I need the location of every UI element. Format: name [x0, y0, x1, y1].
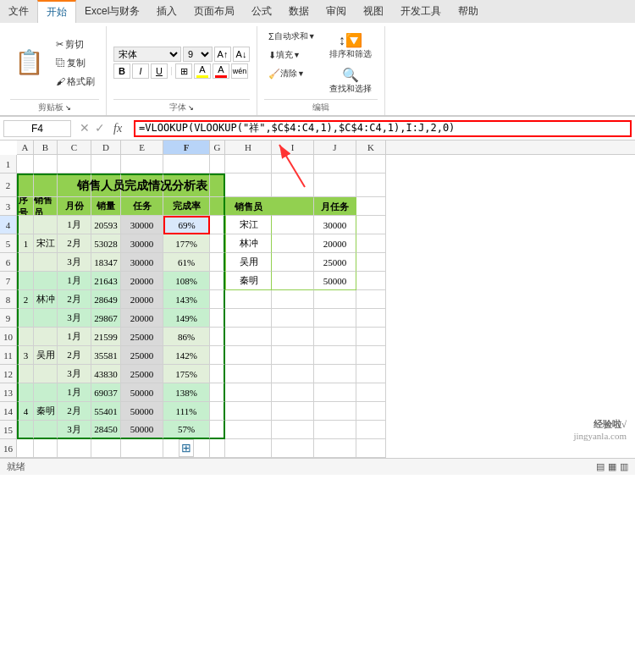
italic-button[interactable]: I [132, 63, 149, 79]
tab-insert[interactable]: 插入 [148, 0, 185, 23]
cell-K6[interactable] [356, 253, 386, 272]
cell-A9[interactable] [17, 309, 34, 328]
cell-B15[interactable] [34, 421, 58, 439]
cell-I14[interactable] [272, 402, 314, 421]
tab-view[interactable]: 视图 [355, 0, 392, 23]
cell-D1[interactable] [91, 155, 121, 174]
cell-A16[interactable] [17, 439, 34, 458]
cell-D5[interactable]: 53028 [91, 234, 121, 253]
cell-B5[interactable]: 宋江 [34, 234, 58, 253]
cell-A15[interactable] [17, 421, 34, 439]
cell-K8[interactable] [356, 290, 386, 309]
cut-button[interactable]: ✂剪切 [52, 36, 99, 53]
cell-B7[interactable] [34, 272, 58, 290]
font-name-select[interactable]: 宋体 [113, 47, 181, 62]
cell-I2[interactable] [272, 174, 314, 197]
tab-help[interactable]: 帮助 [450, 0, 487, 23]
cell-B12[interactable] [34, 365, 58, 383]
cell-H6[interactable]: 吴用 [225, 253, 272, 272]
cell-G8[interactable] [210, 290, 225, 309]
autosum-dropdown-icon[interactable]: ▼ [308, 32, 316, 41]
cell-I8[interactable] [272, 290, 314, 309]
cell-F14[interactable]: 111% [163, 402, 210, 421]
cell-J2[interactable] [314, 174, 356, 197]
cell-H16[interactable] [225, 439, 272, 458]
cell-A4[interactable] [17, 216, 34, 234]
cell-E5[interactable]: 30000 [121, 234, 163, 253]
format-painter-button[interactable]: 🖌格式刷 [52, 73, 99, 91]
cell-B3[interactable]: 销售员 [34, 197, 58, 216]
tab-home[interactable]: 开始 [37, 0, 76, 23]
cell-B4[interactable] [34, 216, 58, 234]
cell-E16[interactable] [121, 439, 163, 458]
cell-B16[interactable] [34, 439, 58, 458]
cell-E13[interactable]: 50000 [121, 383, 163, 402]
font-increase-button[interactable]: A↑ [214, 47, 231, 62]
cell-H14[interactable] [225, 402, 272, 421]
cell-E14[interactable]: 50000 [121, 402, 163, 421]
cell-D11[interactable]: 35581 [91, 346, 121, 365]
cell-F8[interactable]: 143% [163, 290, 210, 309]
cell-C16[interactable] [58, 439, 91, 458]
cell-E15[interactable]: 50000 [121, 421, 163, 439]
clipboard-expand-icon[interactable]: ↘ [65, 104, 71, 112]
font-color-button[interactable]: A [213, 63, 229, 79]
page-layout-icon[interactable]: ▦ [608, 461, 616, 472]
cell-C3[interactable]: 月份 [58, 197, 91, 216]
cell-J9[interactable] [314, 309, 356, 328]
cell-D9[interactable]: 29867 [91, 309, 121, 328]
cell-K10[interactable] [356, 328, 386, 346]
cell-F9[interactable]: 149% [163, 309, 210, 328]
cell-D12[interactable]: 43830 [91, 365, 121, 383]
cell-B9[interactable] [34, 309, 58, 328]
cell-J6[interactable]: 25000 [314, 253, 356, 272]
cell-A1[interactable] [17, 155, 34, 174]
cell-C7[interactable]: 1月 [58, 272, 91, 290]
confirm-formula-icon[interactable]: ✓ [95, 121, 105, 135]
cell-F3[interactable]: 完成率 [163, 197, 210, 216]
cell-I15[interactable] [272, 421, 314, 439]
cell-A2[interactable] [17, 174, 34, 197]
cell-I13[interactable] [272, 383, 314, 402]
cell-J8[interactable] [314, 290, 356, 309]
cell-C14[interactable]: 2月 [58, 402, 91, 421]
cell-G14[interactable] [210, 402, 225, 421]
tab-developer[interactable]: 开发工具 [392, 0, 450, 23]
clear-dropdown-icon[interactable]: ▼ [297, 69, 305, 78]
cell-J12[interactable] [314, 365, 356, 383]
font-decrease-button[interactable]: A↓ [233, 47, 250, 62]
cell-H9[interactable] [225, 309, 272, 328]
cell-J11[interactable] [314, 346, 356, 365]
tab-review[interactable]: 审阅 [318, 0, 355, 23]
cell-G12[interactable] [210, 365, 225, 383]
cell-J7[interactable]: 50000 [314, 272, 356, 290]
cell-C6[interactable]: 3月 [58, 253, 91, 272]
cell-H15[interactable] [225, 421, 272, 439]
fill-color-button[interactable]: A [194, 63, 211, 79]
cell-G16[interactable] [210, 439, 225, 458]
cell-G5[interactable] [210, 234, 225, 253]
paste-button[interactable]: 📋 [10, 48, 48, 77]
cell-D14[interactable]: 55401 [91, 402, 121, 421]
cell-G2[interactable] [210, 174, 225, 197]
cell-H1[interactable] [225, 155, 272, 174]
cell-F12[interactable]: 175% [163, 365, 210, 383]
cell-C8[interactable]: 2月 [58, 290, 91, 309]
cell-K5[interactable] [356, 234, 386, 253]
cell-K13[interactable] [356, 383, 386, 402]
cell-E7[interactable]: 20000 [121, 272, 163, 290]
cell-J5[interactable]: 20000 [314, 234, 356, 253]
clear-button[interactable]: 🧹 清除 ▼ [264, 65, 320, 82]
cell-C5[interactable]: 2月 [58, 234, 91, 253]
cell-E4[interactable]: 30000 [121, 216, 163, 234]
cell-I5[interactable] [272, 234, 314, 253]
cell-G11[interactable] [210, 346, 225, 365]
tab-page-layout[interactable]: 页面布局 [185, 0, 243, 23]
cell-K9[interactable] [356, 309, 386, 328]
cancel-formula-icon[interactable]: ✕ [80, 121, 90, 135]
cell-E11[interactable]: 25000 [121, 346, 163, 365]
name-box[interactable] [3, 120, 71, 137]
cell-E12[interactable]: 25000 [121, 365, 163, 383]
cell-G4[interactable] [210, 216, 225, 234]
cell-C9[interactable]: 3月 [58, 309, 91, 328]
